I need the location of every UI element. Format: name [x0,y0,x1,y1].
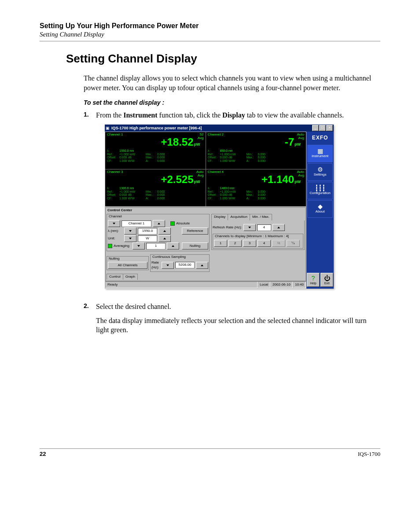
unit-field[interactable]: W [138,235,157,242]
refresh-field[interactable]: 4 [257,224,271,231]
arrow-down-icon [113,223,115,224]
channel-mode: AutoAvg [297,170,304,178]
status-date: 2002-06-10 [270,282,293,288]
channel-select[interactable]: Channel 1 [122,220,151,227]
sidebar-settings[interactable]: ⚙Settings [307,163,333,181]
tab-minmax[interactable]: Min. / Max. [250,214,272,220]
status-local: Local [258,282,270,288]
sidebar-icon: ▦ [317,148,323,154]
averaging-label: Averaging [114,244,131,249]
channel-panel: Channel Channel 1 Absolute [107,214,210,251]
running-header: Setting Up Your High Performance Power M… [40,22,380,41]
sidebar: EXFO ▦Instrument⚙Settings┇┇┇Configuratio… [306,132,334,289]
refresh-down-button[interactable] [243,224,256,231]
rate-field[interactable]: 5208.00 [175,262,195,268]
channel-display-button-½[interactable]: ½ [272,240,285,247]
sidebar-icon: ┇┇┇ [315,185,325,191]
arrow-up-icon [172,245,174,247]
avg-down-button[interactable] [133,242,145,249]
status-ready: Ready [105,282,258,288]
page-title: Setting Channel Display [66,52,380,66]
lambda-down-button[interactable] [124,227,136,235]
sidebar-about[interactable]: ◆About [307,200,333,218]
tab-control[interactable]: Control [107,274,123,280]
power-icon: ⏻ [324,275,330,281]
exit-button[interactable]: ⏻Exit [321,273,333,287]
minimize-button[interactable]: _ [312,125,319,131]
channels-to-display-title: Channels to display [Minimum : 1 Maximum… [215,234,302,239]
tab-acquisition[interactable]: Acquisition [228,214,250,220]
channel-buttons: 1234½⅓ [214,240,302,247]
lambda-up-button[interactable] [158,227,171,235]
step-number: 2. [84,302,96,339]
step-1: 1. From the Instrument function tab, cli… [84,110,380,297]
channel-display-button-3[interactable]: 3 [243,240,256,247]
instruction-heading: To set the channel display : [84,99,380,107]
intro-text: The channel display allows you to select… [84,73,380,92]
absolute-label: Absolute [176,221,190,226]
status-bar: Ready Local 2002-06-10 10:40 [105,281,306,288]
refresh-label: Refresh Rate (Hz): [213,225,242,230]
arrow-up-icon [163,230,166,232]
brand-logo: EXFO [312,134,328,141]
channel-4: Channel 4AutoAvg+1.140pWλ:1480.0 nmRef.:… [206,169,306,206]
avg-field[interactable]: 1 [146,243,166,249]
window-title: IQS-1700 High performance power meter [9… [110,125,312,131]
unit-up-button[interactable] [158,235,171,242]
channel-panel-title: Channel [109,214,208,219]
channel-display-button-2[interactable]: 2 [228,240,242,247]
bottom-tabs: Control Graph [107,274,210,280]
sidebar-icon: ⚙ [317,166,323,172]
channel-display-button-1[interactable]: 1 [214,240,227,247]
step-2-line1: Select the desired channel. [96,302,380,312]
display-tab-body: Refresh Rate (Hz): 4 Channels to display… [211,220,305,250]
step-1-text: From the Instrument function tab, click … [96,110,380,120]
channels-to-display-panel: Channels to display [Minimum : 1 Maximum… [213,234,303,249]
channel-2: Channel 2AutoAvg-7pWλ:850.0 nmRef.:+1.00… [206,132,306,169]
rate-up-button[interactable] [196,262,208,269]
lambda-field[interactable]: 1550.0 [138,228,157,235]
close-button[interactable]: × [326,125,333,131]
tab-display[interactable]: Display [211,214,228,220]
app-icon: ▣ [106,125,110,131]
channel-mode: AutoAvg [196,170,203,178]
arrow-up-icon [201,264,203,266]
right-tabs: Display Acquisition Min. / Max. [211,214,305,220]
channel-params: λ:850.0 nmRef.:+1.000 mWMin.:0.000Offset… [208,149,305,163]
status-time: 10:40 [293,282,306,288]
sampling-title: Continuous Sampling [152,255,208,260]
step-2: 2. Select the desired channel. The data … [84,302,380,339]
window-titlebar[interactable]: ▣ IQS-1700 High performance power meter … [105,125,334,132]
unit-label: Unit: [108,236,123,241]
channel-1: Channel 152Avg+18.52pWλ:1550.0 nmRef.:+1… [105,132,206,169]
reference-button[interactable]: Reference [182,227,208,235]
channel-value: +1.140pW [208,174,301,185]
channel-mode: AutoAvg [297,133,304,141]
sidebar-instrument[interactable]: ▦Instrument [307,145,333,162]
channel-params: λ:1550.0 nmRef.:+1.000 mWMin.:0.000Offse… [107,149,204,163]
tab-graph[interactable]: Graph [123,274,138,280]
avg-up-button[interactable] [167,242,179,249]
control-center-title: Control Center [106,208,306,213]
channel-down-button[interactable] [108,220,120,227]
footer-rule [40,448,380,449]
rate-down-button[interactable] [162,262,174,269]
nulling-title: Nulling [109,257,147,261]
all-channels-button[interactable]: All Channels [108,262,147,269]
channel-display-button-4[interactable]: 4 [258,240,271,247]
rate-label: Rate (Hz): [151,261,160,270]
app-screenshot: ▣ IQS-1700 High performance power meter … [105,125,334,289]
arrow-down-icon [129,238,132,239]
nulling-button[interactable]: Nulling [182,242,208,249]
arrow-up-icon [163,238,166,239]
unit-down-button[interactable] [124,235,136,242]
step-number: 1. [84,110,96,297]
step-2-line2: The data display immediately reflects yo… [96,316,380,335]
channel-up-button[interactable] [153,220,165,227]
arrow-down-icon [129,230,132,232]
sidebar-configuration[interactable]: ┇┇┇Configuration [307,182,333,199]
help-button[interactable]: ?Help [307,273,320,287]
channel-display-button-⅓[interactable]: ⅓ [287,240,300,247]
refresh-up-button[interactable] [273,224,285,231]
maximize-button[interactable]: □ [319,125,326,131]
